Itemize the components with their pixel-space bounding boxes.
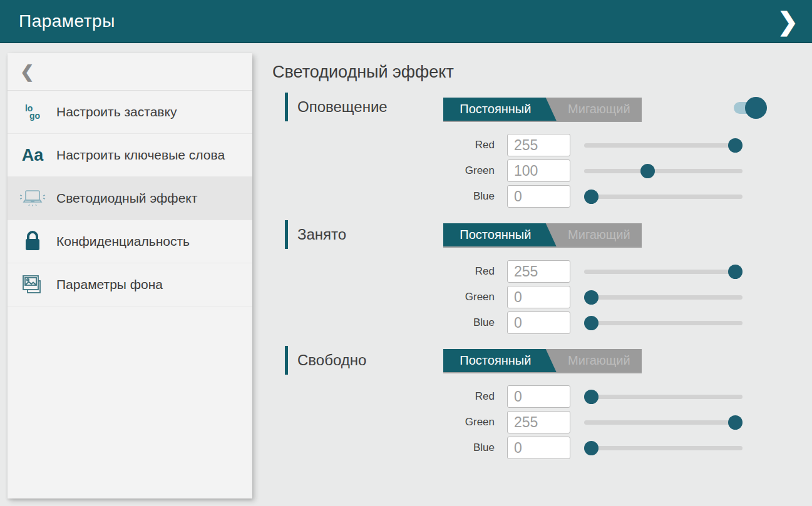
green-label: Green (407, 416, 495, 428)
slider-thumb[interactable] (640, 164, 655, 178)
red-input[interactable] (507, 134, 570, 156)
sidebar-item-splash-screen[interactable]: lo go Настроить заставку (8, 91, 252, 134)
blue-label: Blue (407, 442, 495, 454)
sidebar-item-keywords[interactable]: Aa Настроить ключевые слова (8, 134, 252, 177)
sidebar-item-label: Конфиденциальность (56, 233, 190, 250)
green-label: Green (407, 291, 495, 303)
red-input[interactable] (507, 260, 570, 283)
mode-option-blinking[interactable]: Мигающий (557, 349, 642, 372)
slider-thumb[interactable] (728, 415, 743, 430)
green-label: Green (407, 164, 495, 177)
sidebar: ❮ lo go Настроить заставку Aa Настроить … (8, 53, 252, 498)
red-label: Red (407, 390, 495, 403)
slider-track[interactable] (584, 395, 743, 399)
slider-thumb[interactable] (584, 316, 599, 330)
sidebar-item-label: Настроить заставку (56, 104, 177, 120)
slider-thumb[interactable] (584, 441, 599, 455)
blue-label: Blue (407, 316, 495, 329)
chevron-right-icon[interactable]: ❯ (777, 9, 798, 34)
green-slider (584, 159, 743, 183)
section-name: Занято (297, 226, 346, 243)
slider-thumb[interactable] (728, 265, 743, 279)
slider-track[interactable] (584, 295, 743, 300)
sidebar-item-led-effect[interactable]: Светодиодный эффект (8, 177, 252, 220)
section-accent-bar (285, 220, 288, 249)
sidebar-item-background[interactable]: Параметры фона (8, 263, 252, 306)
red-slider (584, 260, 743, 283)
slider-track[interactable] (584, 169, 743, 173)
mode-option-constant[interactable]: Постоянный (443, 98, 557, 121)
page-title: Параметры (19, 11, 115, 31)
content-title: Светодиодный эффект (272, 63, 454, 82)
slider-thumb[interactable] (728, 138, 743, 153)
slider-thumb[interactable] (584, 390, 599, 404)
lock-icon (18, 230, 48, 253)
red-input[interactable] (507, 385, 570, 408)
slider-track[interactable] (584, 195, 743, 199)
app-header: Параметры ❯ (0, 0, 812, 43)
sidebar-back-button[interactable]: ❮ (8, 53, 252, 91)
red-label: Red (407, 139, 495, 151)
section-header-alert: Оповещение (285, 93, 388, 121)
section-name: Свободно (297, 352, 366, 369)
section-accent-bar (285, 93, 288, 121)
background-image-icon (18, 273, 48, 296)
red-slider (584, 134, 743, 157)
red-slider (584, 385, 743, 408)
led-screen-icon (18, 188, 48, 208)
slider-thumb[interactable] (584, 190, 599, 204)
section-header-busy: Занято (285, 220, 346, 249)
slider-thumb[interactable] (584, 290, 599, 305)
alert-power-switch[interactable] (734, 97, 768, 119)
mode-toggle-alert: Мигающий Постоянный (443, 98, 642, 121)
blue-input[interactable] (507, 185, 570, 208)
chevron-left-icon: ❮ (20, 62, 34, 82)
green-input[interactable] (507, 411, 570, 433)
blue-slider (584, 437, 743, 460)
blue-slider (584, 185, 743, 208)
green-input[interactable] (507, 159, 570, 182)
mode-option-blinking[interactable]: Мигающий (557, 98, 642, 121)
sidebar-item-privacy[interactable]: Конфиденциальность (8, 220, 252, 263)
blue-input[interactable] (507, 311, 570, 334)
slider-track[interactable] (584, 446, 743, 450)
green-input[interactable] (507, 286, 570, 308)
sidebar-item-label: Светодиодный эффект (56, 190, 197, 206)
green-slider (584, 286, 743, 309)
section-header-free: Свободно (285, 346, 366, 375)
slider-track[interactable] (584, 420, 743, 425)
slider-track[interactable] (584, 143, 743, 148)
switch-knob (745, 97, 767, 119)
mode-option-constant[interactable]: Постоянный (443, 223, 557, 246)
blue-input[interactable] (507, 437, 570, 459)
blue-label: Blue (407, 190, 495, 203)
mode-toggle-busy: Мигающий Постоянный (443, 223, 642, 246)
green-slider (584, 411, 743, 434)
slider-track[interactable] (584, 321, 743, 325)
mode-option-constant[interactable]: Постоянный (443, 349, 557, 372)
section-accent-bar (285, 346, 288, 375)
logo-icon: lo go (18, 104, 48, 119)
slider-track[interactable] (584, 270, 743, 274)
sidebar-item-label: Параметры фона (56, 276, 163, 293)
section-name: Оповещение (297, 98, 388, 116)
mode-toggle-free: Мигающий Постоянный (443, 349, 642, 372)
red-label: Red (407, 265, 495, 278)
mode-option-blinking[interactable]: Мигающий (557, 223, 642, 246)
blue-slider (584, 311, 743, 335)
sidebar-item-label: Настроить ключевые слова (56, 147, 225, 163)
keywords-text-icon: Aa (18, 146, 48, 165)
